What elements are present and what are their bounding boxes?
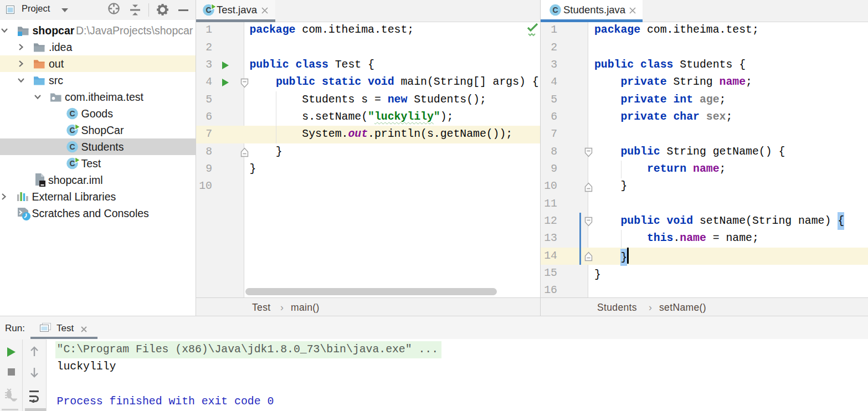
svg-text:C: C [206, 6, 211, 14]
svg-text:C: C [69, 109, 75, 118]
svg-text:C: C [552, 6, 558, 14]
svg-text:C: C [69, 126, 75, 135]
svg-text:C: C [69, 159, 75, 168]
svg-text:C: C [69, 142, 75, 151]
